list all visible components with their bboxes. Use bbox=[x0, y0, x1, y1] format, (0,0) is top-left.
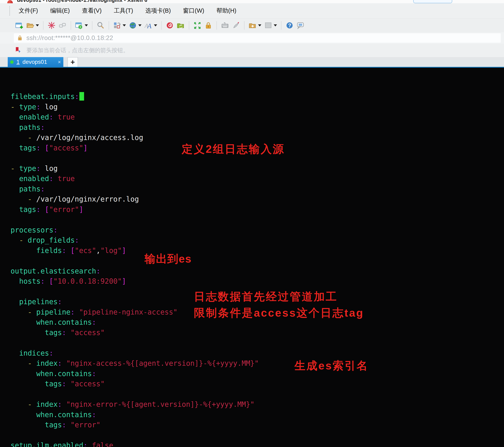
menu-item[interactable]: 工具(T) bbox=[114, 7, 133, 15]
font-button[interactable]: AA bbox=[144, 21, 157, 29]
terminal-line: when.contains: bbox=[11, 369, 504, 379]
annotation-inputs-note: 定义2组日志输入源 bbox=[182, 141, 285, 157]
compose-button[interactable] bbox=[232, 21, 240, 29]
fullscreen-button[interactable] bbox=[193, 21, 201, 29]
keyboard-button[interactable] bbox=[221, 21, 229, 29]
dropdown-caret-icon[interactable] bbox=[85, 24, 88, 26]
menu-item[interactable]: 帮助(H) bbox=[216, 7, 236, 15]
help-button[interactable]: ? bbox=[286, 21, 294, 29]
sync-folder-button[interactable] bbox=[177, 21, 185, 29]
xagent-button[interactable] bbox=[166, 21, 174, 29]
dropdown-caret-icon[interactable] bbox=[123, 24, 126, 26]
tab-label: devops01 bbox=[22, 59, 47, 65]
terminal-line: setup.ilm.enabled: false bbox=[11, 440, 504, 447]
session-properties-icon bbox=[75, 21, 83, 29]
toolbar-separator bbox=[281, 21, 281, 30]
menu-item[interactable]: 查看(V) bbox=[82, 7, 102, 15]
menu-item[interactable]: 窗口(W) bbox=[183, 7, 204, 15]
tab-close-icon[interactable]: × bbox=[58, 59, 61, 65]
find-button[interactable] bbox=[96, 21, 105, 29]
feedback-icon bbox=[296, 21, 305, 29]
toolbar: AA? bbox=[0, 19, 504, 32]
terminal-line: - /var/log/nginx/error.log bbox=[11, 194, 504, 205]
terminal-line: tags: "access" bbox=[11, 328, 504, 338]
terminal-line: enabled: true bbox=[11, 112, 504, 122]
padlock-icon bbox=[17, 35, 23, 41]
dropdown-caret-icon[interactable] bbox=[36, 24, 39, 26]
compose-icon bbox=[232, 21, 240, 29]
new-folder-icon bbox=[249, 21, 257, 29]
toolbar-separator bbox=[109, 21, 109, 30]
terminal-line bbox=[11, 338, 504, 348]
duplicate-link-icon bbox=[58, 21, 67, 29]
tab-bar: 1 devops01 × + bbox=[0, 57, 504, 68]
layout-button[interactable] bbox=[113, 21, 126, 29]
terminal-cursor bbox=[79, 92, 84, 101]
terminal-line: when.contains: bbox=[11, 410, 504, 420]
terminal-line: processors: bbox=[11, 225, 504, 235]
annotation-pipeline-note: 日志数据首先经过管道加工 限制条件是access这个日志tag bbox=[194, 288, 364, 321]
web-button[interactable] bbox=[129, 21, 142, 29]
layout-icon bbox=[113, 21, 121, 29]
open-session-icon bbox=[26, 21, 34, 29]
svg-text:?: ? bbox=[288, 22, 291, 28]
terminal-line: - index: "nginx-access-%{[agent.version]… bbox=[11, 358, 504, 369]
new-folder-button[interactable] bbox=[249, 21, 261, 29]
window-title: devops01 - root@es-node-1:/var/log/nginx… bbox=[17, 0, 147, 3]
bookmark-arrow-icon[interactable] bbox=[14, 46, 22, 55]
toolbar-separator bbox=[92, 21, 92, 30]
terminal-line bbox=[11, 215, 504, 225]
toolbar-separator bbox=[216, 21, 217, 30]
terminal-line bbox=[11, 430, 504, 441]
terminal-line: output.elasticsearch: bbox=[11, 266, 504, 276]
menu-item[interactable]: 编辑(E) bbox=[50, 7, 70, 15]
terminal-line bbox=[11, 389, 504, 399]
toolbar-separator bbox=[71, 21, 71, 30]
address-bar: ssh://root:******@10.0.0.18:22 bbox=[0, 32, 504, 44]
new-tab-button[interactable]: + bbox=[67, 57, 78, 67]
dropdown-caret-icon[interactable] bbox=[258, 24, 261, 26]
menu-item[interactable]: 文件(F) bbox=[19, 7, 38, 15]
menu-item[interactable]: 选项卡(B) bbox=[145, 7, 171, 15]
dropdown-caret-icon[interactable] bbox=[138, 24, 142, 26]
toolbar-grip[interactable] bbox=[9, 6, 10, 16]
dropdown-caret-icon[interactable] bbox=[274, 24, 277, 26]
menu-bar: 文件(F)编辑(E)查看(V)工具(T)选项卡(B)窗口(W)帮助(H) bbox=[0, 3, 504, 19]
duplicate-link-button[interactable] bbox=[58, 21, 67, 29]
lock-button[interactable] bbox=[204, 21, 212, 29]
title-bar-highlight bbox=[413, 0, 452, 3]
terminal-line: - type: log bbox=[11, 163, 504, 174]
disconnect-icon bbox=[48, 21, 56, 29]
xshell-app-icon bbox=[7, 0, 13, 3]
address-text: ssh://root:******@10.0.0.18:22 bbox=[26, 34, 113, 42]
open-session-button[interactable] bbox=[26, 21, 39, 29]
toolbar-separator bbox=[161, 21, 162, 30]
toolbar-separator bbox=[189, 21, 189, 30]
terminal-screen[interactable]: filebeat.inputs:- type: log enabled: tru… bbox=[0, 68, 504, 447]
dropdown-caret-icon[interactable] bbox=[154, 24, 157, 26]
new-session-button[interactable] bbox=[15, 21, 23, 29]
terminal-line bbox=[11, 256, 504, 266]
fullscreen-icon bbox=[193, 21, 201, 29]
terminal-line: paths: bbox=[11, 184, 504, 194]
info-bar-text: 要添加当前会话，点击左侧的箭头按钮。 bbox=[26, 47, 129, 54]
screen-button[interactable] bbox=[264, 21, 277, 29]
new-session-icon bbox=[15, 21, 23, 29]
help-icon: ? bbox=[286, 21, 294, 29]
terminal-line: - drop_fields: bbox=[11, 235, 504, 245]
title-bar: devops01 - root@es-node-1:/var/log/nginx… bbox=[0, 0, 504, 3]
info-bar: 要添加当前会话，点击左侧的箭头按钮。 bbox=[0, 44, 504, 57]
session-properties-button[interactable] bbox=[75, 21, 88, 29]
font-icon: AA bbox=[144, 21, 152, 29]
feedback-button[interactable] bbox=[296, 21, 305, 29]
lock-icon bbox=[204, 21, 212, 29]
toolbar-separator bbox=[244, 21, 245, 30]
terminal-line: - type: log bbox=[11, 102, 504, 112]
address-input[interactable]: ssh://root:******@10.0.0.18:22 bbox=[14, 33, 501, 43]
terminal-line: tags: "error" bbox=[11, 420, 504, 430]
disconnect-button[interactable] bbox=[48, 21, 56, 29]
tab-devops01[interactable]: 1 devops01 × bbox=[8, 57, 63, 67]
tab-number: 1 bbox=[17, 59, 20, 65]
toolbar-separator bbox=[43, 21, 43, 30]
annotation-index-note: 生成es索引名 bbox=[294, 357, 369, 374]
